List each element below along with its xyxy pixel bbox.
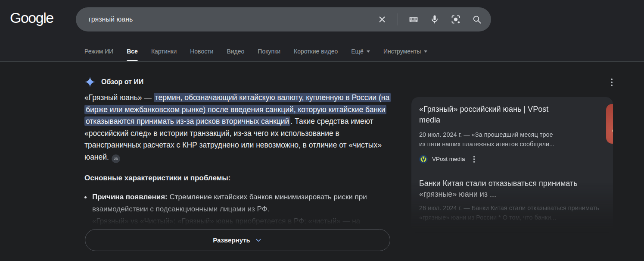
keyboard-icon[interactable] [408,14,419,25]
search-icon[interactable] [471,14,482,25]
source-name[interactable]: VPost media [432,156,465,162]
tab-shopping[interactable]: Покупки [258,48,280,61]
chevron-down-icon [424,50,427,53]
tab-news[interactable]: Новости [190,48,213,61]
tab-short-videos[interactable]: Короткие видео [294,48,338,61]
ai-overview-header: Обзор от ИИ [84,76,143,88]
ai-overview-text: «Грязный юань» — термин, обозначающий ки… [84,92,394,163]
sparkle-icon [84,76,96,88]
ruble-symbol [609,107,634,140]
citation-link-icon[interactable] [112,154,120,163]
mic-icon[interactable] [429,14,440,25]
tab-videos[interactable]: Видео [227,48,244,61]
result-title[interactable]: Банки Китая стали отказываться принимать… [419,178,605,200]
result-item: Банки Китая стали отказываться принимать… [419,178,605,222]
collapsed-content-fade: Причина появления: Стремление китайских … [84,191,394,230]
faded-bullet-line: «Грязный» vs «Чистый»: «Грязный» юань пр… [84,217,394,226]
sources-card: «Грязный» российский юань | VPost media … [411,97,613,233]
result-title[interactable]: «Грязный» российский юань | VPost media [419,104,557,126]
chevron-down-icon [255,236,262,244]
tab-all[interactable]: Все [127,48,138,61]
ai-overview-title: Обзор от ИИ [101,78,143,86]
result-snippet: 20 июл. 2024 г. — «За прошедший месяц тр… [419,130,557,149]
card-divider [411,171,613,171]
result-menu-icon[interactable] [472,154,476,164]
result-thumbnail[interactable] [606,104,644,144]
result-snippet: 26 июл. 2024 г. — Банки Китая стали отка… [419,203,605,222]
search-header: Google грязный юань [0,0,644,62]
search-bar-divider [398,13,398,25]
search-input[interactable]: грязный юань [89,16,376,23]
tab-tools[interactable]: Инструменты [383,48,427,61]
tab-more[interactable]: Ещё [351,48,370,61]
clear-icon[interactable] [376,14,388,25]
results-tabs: Режим ИИ Все Картинки Новости Видео Поку… [84,48,427,61]
google-logo[interactable]: Google [10,9,53,26]
bullet-lead: Причина появления: [92,193,168,201]
chevron-down-icon [367,50,370,53]
bullet-marker [84,196,87,198]
tab-ai-mode[interactable]: Режим ИИ [84,48,113,61]
tab-images[interactable]: Картинки [151,48,177,61]
result-item: «Грязный» российский юань | VPost media … [419,104,605,164]
bullet-item: Причина появления: Стремление китайских … [84,191,394,215]
search-bar[interactable]: грязный юань [76,7,491,31]
source-row: VPost media [419,154,557,164]
lens-icon[interactable] [450,14,461,25]
intro-prefix: «Грязный юань» — [84,93,154,102]
expand-button-label: Развернуть [213,236,250,244]
expand-button[interactable]: Развернуть [85,229,390,251]
ai-overview-menu-icon[interactable] [609,77,614,88]
search-bar-icons [376,13,482,25]
section-heading: Основные характеристики и проблемы: [84,174,230,182]
source-favicon [419,155,428,164]
google-search-results-page: Google грязный юань [0,0,644,261]
